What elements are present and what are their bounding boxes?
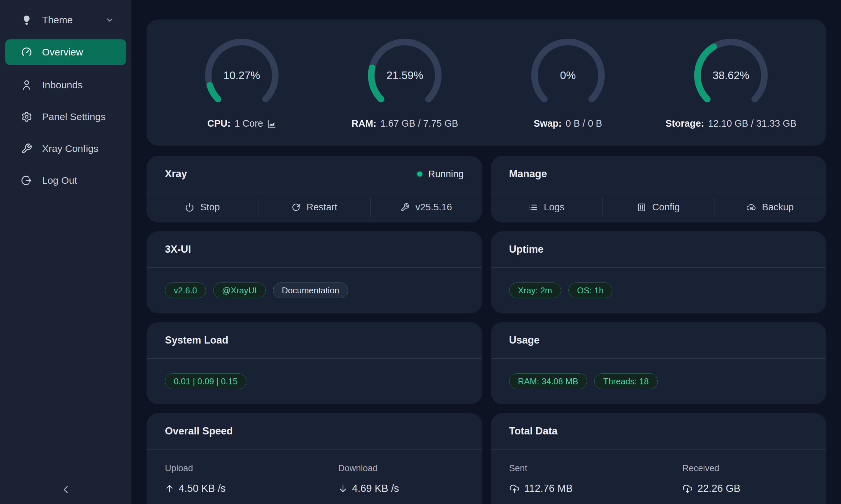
total-data-card-title: Total Data <box>509 425 558 437</box>
sidebar: Theme Overview Inbounds Panel Settings X… <box>0 0 132 504</box>
os-uptime-badge: OS: 1h <box>568 283 613 298</box>
swap-caption: Swap: 0 B / 0 B <box>533 118 602 129</box>
logout-icon <box>21 175 32 186</box>
threads-badge: Threads: 18 <box>594 373 658 389</box>
logs-button[interactable]: Logs <box>491 192 603 222</box>
usage-card: Usage RAM: 34.08 MB Threads: 18 <box>491 322 826 404</box>
xray-version-button[interactable]: v25.5.16 <box>370 192 482 222</box>
overall-speed-card-title: Overall Speed <box>165 425 233 437</box>
storage-caption: Storage: 12.10 GB / 31.33 GB <box>666 118 797 129</box>
chevron-down-icon <box>105 15 114 24</box>
backup-button[interactable]: Backup <box>715 192 826 222</box>
cloud-upload-icon <box>509 483 520 494</box>
user-icon <box>21 79 32 91</box>
sliders-icon <box>637 203 646 212</box>
upload-stat: Upload 4.50 KB /s <box>165 463 338 494</box>
gear-icon <box>21 111 32 122</box>
manage-card: Manage Logs Config Backup <box>491 156 826 222</box>
overall-speed-card: Overall Speed Upload 4.50 KB /s Download… <box>147 413 482 504</box>
swap-percent: 0% <box>529 36 607 115</box>
power-icon <box>185 203 194 212</box>
documentation-link-badge[interactable]: Documentation <box>273 283 348 298</box>
wrench-icon <box>400 203 410 212</box>
sidebar-item-theme[interactable]: Theme <box>0 7 132 33</box>
cpu-gauge: 10.27% CPU: 1 Core <box>202 36 281 129</box>
cloud-server-icon <box>747 203 756 212</box>
xrayui-link-badge[interactable]: @XrayUI <box>213 283 266 298</box>
panel-version-badge[interactable]: v2.6.0 <box>165 283 206 298</box>
xray-card-title: Xray <box>165 168 187 180</box>
sidebar-item-label: Panel Settings <box>42 111 105 122</box>
download-stat: Download 4.69 KB /s <box>338 463 399 494</box>
xray-status-badge: Running <box>417 169 464 179</box>
sidebar-item-inbounds[interactable]: Inbounds <box>0 69 132 101</box>
ram-caption: RAM: 1.67 GB / 7.75 GB <box>351 118 458 129</box>
load-average-badge: 0.01 | 0.09 | 0.15 <box>165 373 246 389</box>
cpu-percent: 10.27% <box>202 36 281 115</box>
restart-button[interactable]: Restart <box>259 192 371 222</box>
received-stat: Received 22.26 GB <box>682 463 740 494</box>
refresh-icon <box>291 203 301 212</box>
speedometer-icon <box>21 47 32 58</box>
chevron-left-icon <box>60 484 72 496</box>
sidebar-item-label: Theme <box>42 15 73 25</box>
uptime-card: Uptime Xray: 2m OS: 1h <box>491 231 826 313</box>
sent-stat: Sent 112.76 MB <box>509 463 683 494</box>
ram-percent: 21.59% <box>365 36 444 115</box>
stop-button[interactable]: Stop <box>147 192 259 222</box>
uptime-card-title: Uptime <box>509 244 544 255</box>
sidebar-collapse-button[interactable] <box>0 484 132 496</box>
usage-card-title: Usage <box>509 335 540 346</box>
main-content: 10.27% CPU: 1 Core 21.59% RAM: 1.67 GB <box>132 0 841 504</box>
storage-gauge: 38.62% Storage: 12.10 GB / 31.33 GB <box>691 36 770 129</box>
swap-gauge: 0% Swap: 0 B / 0 B <box>529 36 607 129</box>
cpu-caption: CPU: 1 Core <box>207 118 276 129</box>
cloud-download-icon <box>682 483 693 494</box>
ram-usage-badge: RAM: 34.08 MB <box>509 373 587 389</box>
arrow-up-icon <box>165 484 174 493</box>
system-load-card: System Load 0.01 | 0.09 | 0.15 <box>147 322 482 404</box>
status-dot-icon <box>417 172 422 177</box>
area-chart-icon[interactable] <box>267 119 276 128</box>
sidebar-item-label: Overview <box>42 47 83 58</box>
wrench-icon <box>21 143 32 154</box>
arrow-down-icon <box>338 484 347 493</box>
sidebar-item-logout[interactable]: Log Out <box>0 164 132 196</box>
sidebar-item-xray-configs[interactable]: Xray Configs <box>0 132 132 164</box>
xray-card: Xray Running Stop Restart v25.5.16 <box>147 156 482 222</box>
sidebar-item-panel-settings[interactable]: Panel Settings <box>0 101 132 132</box>
manage-card-title: Manage <box>509 168 547 180</box>
sidebar-item-overview[interactable]: Overview <box>5 39 126 65</box>
list-icon <box>529 203 538 212</box>
xray-uptime-badge: Xray: 2m <box>509 283 561 298</box>
system-load-card-title: System Load <box>165 335 228 346</box>
total-data-card: Total Data Sent 112.76 MB Received 22.26… <box>491 413 826 504</box>
sidebar-item-label: Log Out <box>42 175 77 186</box>
bulb-icon <box>21 15 32 25</box>
sidebar-item-label: Xray Configs <box>42 143 99 154</box>
xui-card-title: 3X-UI <box>165 244 191 255</box>
system-gauges-card: 10.27% CPU: 1 Core 21.59% RAM: 1.67 GB <box>147 19 826 146</box>
storage-percent: 38.62% <box>691 36 770 115</box>
sidebar-item-label: Inbounds <box>42 79 83 91</box>
ram-gauge: 21.59% RAM: 1.67 GB / 7.75 GB <box>365 36 444 129</box>
xui-card: 3X-UI v2.6.0 @XrayUI Documentation <box>147 231 482 313</box>
config-button[interactable]: Config <box>602 192 715 222</box>
